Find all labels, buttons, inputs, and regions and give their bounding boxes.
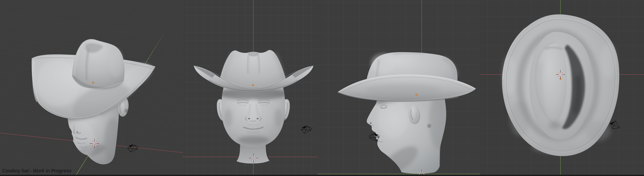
origin-dot — [252, 84, 254, 86]
camera-gizmo[interactable] — [610, 121, 620, 129]
blender-viewport-montage: Cowboy hat - Work in Progress — [0, 0, 644, 176]
origin-dot — [92, 82, 94, 83]
model-perspective — [0, 0, 183, 176]
camera-gizmo[interactable] — [128, 144, 138, 152]
model-top — [480, 0, 644, 176]
sun-lamp-gizmo[interactable] — [284, 118, 288, 122]
viewport-top[interactable] — [480, 0, 644, 176]
viewport-side[interactable] — [317, 0, 480, 176]
mannequin-head[interactable] — [217, 80, 290, 164]
model-side — [317, 0, 480, 176]
viewport-front[interactable] — [183, 0, 317, 176]
cowboy-hat[interactable] — [502, 14, 619, 156]
cowboy-hat[interactable] — [338, 52, 476, 101]
camera-up-triangle — [610, 121, 615, 125]
watermark-text: Cowboy hat - Work in Progress — [2, 168, 71, 174]
camera-gizmo[interactable] — [301, 125, 312, 133]
viewport-perspective[interactable] — [0, 0, 183, 176]
model-front — [183, 0, 317, 176]
window-bottom-edge — [0, 175, 644, 176]
origin-dot — [416, 94, 417, 95]
